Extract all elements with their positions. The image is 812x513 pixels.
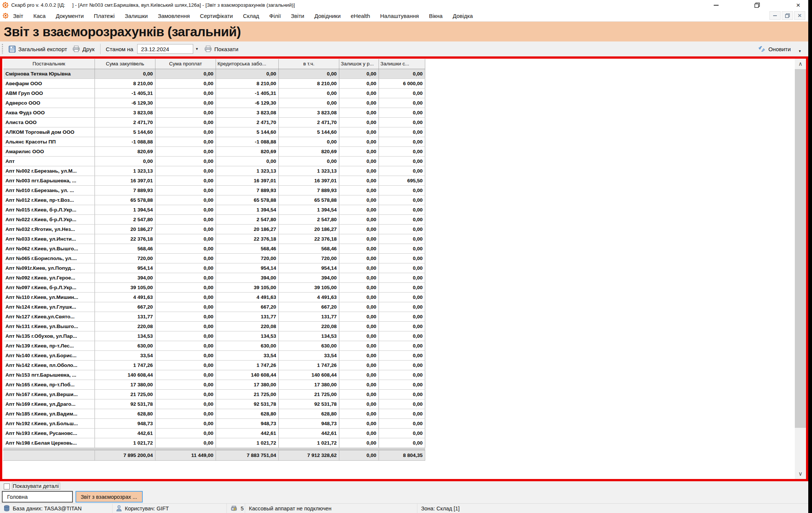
- value-cell[interactable]: 0,00: [339, 127, 379, 137]
- value-cell[interactable]: 4 491,63: [216, 292, 279, 302]
- value-cell[interactable]: 1 394,54: [216, 205, 279, 214]
- value-cell[interactable]: 22 376,18: [216, 234, 279, 244]
- value-cell[interactable]: 7 889,93: [95, 185, 155, 195]
- value-cell[interactable]: 0,00: [379, 312, 425, 321]
- value-cell[interactable]: 0,00: [379, 350, 425, 360]
- value-cell[interactable]: 630,00: [279, 341, 339, 350]
- value-cell[interactable]: 0,00: [339, 137, 379, 146]
- value-cell[interactable]: 2 471,70: [279, 117, 339, 127]
- value-cell[interactable]: 2 471,70: [95, 117, 155, 127]
- value-cell[interactable]: 0,00: [379, 244, 425, 253]
- value-cell[interactable]: 0,00: [379, 409, 425, 418]
- supplier-cell[interactable]: Апт №092 г.Киев, ул.Герое...: [3, 273, 95, 282]
- value-cell[interactable]: 140 608,44: [216, 370, 279, 380]
- value-cell[interactable]: 0,00: [379, 389, 425, 399]
- value-cell[interactable]: 0,00: [339, 146, 379, 156]
- scroll-down-icon[interactable]: ∨: [795, 469, 806, 479]
- menu-item[interactable]: Сертифікати: [200, 13, 233, 19]
- value-cell[interactable]: 1 021,72: [95, 438, 155, 448]
- value-cell[interactable]: 820,69: [216, 146, 279, 156]
- value-cell[interactable]: 0,00: [379, 108, 425, 117]
- value-cell[interactable]: 0,00: [155, 78, 216, 88]
- value-cell[interactable]: 0,00: [339, 380, 379, 389]
- menu-item[interactable]: Звіт: [13, 13, 23, 19]
- column-header[interactable]: Залишки с...: [379, 59, 425, 69]
- value-cell[interactable]: -1 088,88: [95, 137, 155, 146]
- value-cell[interactable]: 394,00: [216, 273, 279, 282]
- supplier-cell[interactable]: Апт №091г.Киев, ул.Попуд...: [3, 263, 95, 273]
- value-cell[interactable]: 0,00: [155, 195, 216, 205]
- value-cell[interactable]: 568,46: [95, 244, 155, 253]
- value-cell[interactable]: 0,00: [155, 331, 216, 341]
- value-cell[interactable]: 21 725,00: [95, 389, 155, 399]
- menu-item[interactable]: eHealth: [351, 13, 370, 19]
- column-header[interactable]: Залишок у р...: [339, 59, 379, 69]
- window-close-button[interactable]: ×: [792, 0, 805, 10]
- value-cell[interactable]: 8 210,00: [95, 78, 155, 88]
- value-cell[interactable]: 1 323,13: [216, 166, 279, 176]
- value-cell[interactable]: 8 210,00: [279, 78, 339, 88]
- value-cell[interactable]: 16 397,01: [216, 176, 279, 185]
- column-header[interactable]: Сума проплат: [155, 59, 216, 69]
- value-cell[interactable]: 7 889,93: [279, 185, 339, 195]
- value-cell[interactable]: 22 376,18: [279, 234, 339, 244]
- value-cell[interactable]: 33,54: [95, 350, 155, 360]
- value-cell[interactable]: 695,50: [379, 176, 425, 185]
- supplier-cell[interactable]: Апт №003 пгт.Барышевка, ...: [3, 176, 95, 185]
- value-cell[interactable]: 0,00: [379, 98, 425, 108]
- value-cell[interactable]: 131,77: [95, 312, 155, 321]
- value-cell[interactable]: 0,00: [379, 195, 425, 205]
- supplier-cell[interactable]: Альянс Красоты ПП: [3, 137, 95, 146]
- value-cell[interactable]: 0,00: [379, 137, 425, 146]
- value-cell[interactable]: 0,00: [379, 360, 425, 370]
- value-cell[interactable]: 0,00: [339, 428, 379, 438]
- value-cell[interactable]: 0,00: [339, 78, 379, 88]
- value-cell[interactable]: 134,53: [95, 331, 155, 341]
- menu-item[interactable]: Звіти: [291, 13, 305, 19]
- value-cell[interactable]: 0,00: [339, 302, 379, 312]
- value-cell[interactable]: 630,00: [95, 341, 155, 350]
- value-cell[interactable]: 65 578,88: [216, 195, 279, 205]
- value-cell[interactable]: -1 088,88: [216, 137, 279, 146]
- value-cell[interactable]: 1 323,13: [279, 166, 339, 176]
- value-cell[interactable]: 0,00: [339, 331, 379, 341]
- value-cell[interactable]: -1 405,31: [216, 88, 279, 98]
- value-cell[interactable]: 0,00: [155, 69, 216, 78]
- value-cell[interactable]: 0,00: [155, 205, 216, 214]
- menu-item[interactable]: Замовлення: [158, 13, 189, 19]
- print-button[interactable]: Друк: [70, 44, 97, 54]
- value-cell[interactable]: 17 380,00: [216, 380, 279, 389]
- value-cell[interactable]: 16 397,01: [95, 176, 155, 185]
- supplier-cell[interactable]: Апт №193 г.Киев, Русановс...: [3, 428, 95, 438]
- menu-item[interactable]: Склад: [243, 13, 259, 19]
- value-cell[interactable]: 0,00: [339, 292, 379, 302]
- value-cell[interactable]: 0,00: [155, 428, 216, 438]
- value-cell[interactable]: 5 144,60: [216, 127, 279, 137]
- value-cell[interactable]: 0,00: [339, 418, 379, 428]
- value-cell[interactable]: 0,00: [155, 302, 216, 312]
- value-cell[interactable]: 92 531,78: [95, 399, 155, 409]
- value-cell[interactable]: 0,00: [155, 282, 216, 292]
- mdi-minimize-button[interactable]: [769, 11, 781, 20]
- value-cell[interactable]: 134,53: [216, 331, 279, 341]
- window-minimize-button[interactable]: [710, 0, 722, 10]
- value-cell[interactable]: 0,00: [339, 185, 379, 195]
- value-cell[interactable]: 0,00: [155, 214, 216, 224]
- value-cell[interactable]: 2 471,70: [216, 117, 279, 127]
- value-cell[interactable]: 0,00: [216, 69, 279, 78]
- value-cell[interactable]: 0,00: [379, 370, 425, 380]
- value-cell[interactable]: 17 380,00: [95, 380, 155, 389]
- value-cell[interactable]: 0,00: [155, 409, 216, 418]
- menu-item[interactable]: Платежі: [94, 13, 115, 19]
- value-cell[interactable]: 0,00: [155, 156, 216, 166]
- date-input[interactable]: 23.12.2024: [137, 44, 193, 54]
- value-cell[interactable]: 2 547,80: [279, 214, 339, 224]
- window-restore-button[interactable]: [751, 0, 763, 10]
- value-cell[interactable]: 568,46: [216, 244, 279, 253]
- value-cell[interactable]: 0,00: [339, 282, 379, 292]
- value-cell[interactable]: 442,61: [216, 428, 279, 438]
- value-cell[interactable]: 0,00: [379, 282, 425, 292]
- value-cell[interactable]: 220,08: [216, 321, 279, 331]
- value-cell[interactable]: 0,00: [339, 350, 379, 360]
- value-cell[interactable]: 39 105,00: [216, 282, 279, 292]
